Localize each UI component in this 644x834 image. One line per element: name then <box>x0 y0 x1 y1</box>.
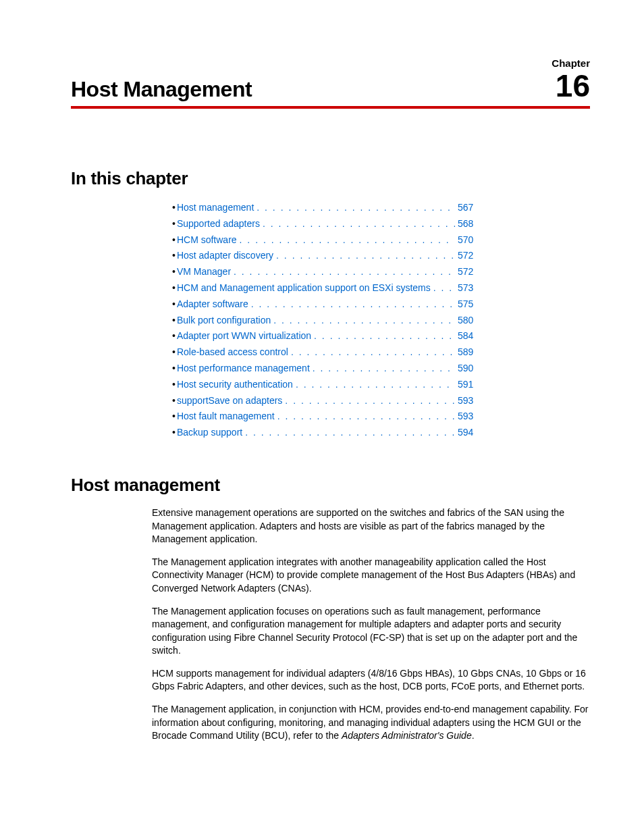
chapter-number: 16 <box>556 70 590 101</box>
toc-page-number[interactable]: 572 <box>455 248 590 264</box>
body-paragraph: The Management application focuses on op… <box>152 605 590 658</box>
bullet-icon: • <box>172 425 176 441</box>
text-run: . <box>472 730 475 741</box>
toc-item[interactable]: •Adapter software575 <box>172 296 590 313</box>
page: Chapter Host Management 16 In this chapt… <box>0 0 644 743</box>
toc-item[interactable]: •HCM software570 <box>172 232 590 249</box>
toc-page-number[interactable]: 594 <box>455 425 590 441</box>
toc-leader-dots <box>273 248 455 264</box>
toc-item[interactable]: •Bulk port configuration580 <box>172 313 590 329</box>
toc-leader-dots <box>310 361 455 377</box>
bullet-icon: • <box>172 344 176 361</box>
body-paragraph: The Management application, in conjuncti… <box>152 703 590 743</box>
toc-item[interactable]: •Host fault management593 <box>172 409 590 425</box>
bullet-icon: • <box>172 313 176 329</box>
toc-leader-dots <box>288 344 455 361</box>
toc-item[interactable]: •supportSave on adapters593 <box>172 393 590 409</box>
toc-link[interactable]: Bulk port configuration <box>177 313 271 329</box>
toc-link[interactable]: Host security authentication <box>177 377 293 393</box>
bullet-icon: • <box>172 200 176 216</box>
bullet-icon: • <box>172 280 176 296</box>
toc-leader-dots <box>260 216 455 232</box>
toc-leader-dots <box>275 409 455 425</box>
toc-leader-dots <box>311 328 455 344</box>
toc-page-number[interactable]: 572 <box>455 264 590 280</box>
toc-leader-dots <box>237 232 455 249</box>
section-heading: Host management <box>71 475 590 496</box>
body-text: Extensive management operations are supp… <box>152 506 590 743</box>
chapter-label: Chapter <box>71 57 590 69</box>
toc-page-number[interactable]: 567 <box>455 200 590 216</box>
toc-page-number[interactable]: 570 <box>455 232 590 249</box>
toc-page-number[interactable]: 575 <box>455 296 590 313</box>
toc-link[interactable]: Host fault management <box>177 409 275 425</box>
toc-page-number[interactable]: 590 <box>455 361 590 377</box>
toc-leader-dots <box>231 264 455 280</box>
toc-page-number[interactable]: 584 <box>455 328 590 344</box>
body-paragraph: HCM supports management for individual a… <box>152 667 590 694</box>
toc-leader-dots <box>242 425 455 441</box>
toc-link[interactable]: supportSave on adapters <box>177 393 282 409</box>
toc-link[interactable]: Adapter software <box>177 296 248 313</box>
body-paragraph: Extensive management operations are supp… <box>152 506 590 546</box>
toc-page-number[interactable]: 573 <box>455 280 590 296</box>
toc-page-number[interactable]: 591 <box>455 377 590 393</box>
toc-link[interactable]: Backup support <box>177 425 242 441</box>
toc-page-number[interactable]: 589 <box>455 344 590 361</box>
bullet-icon: • <box>172 361 176 377</box>
toc-item[interactable]: •Supported adapters568 <box>172 216 590 232</box>
toc-leader-dots <box>293 377 455 393</box>
body-paragraph: The Management application integrates wi… <box>152 556 590 596</box>
toc-page-number[interactable]: 580 <box>455 313 590 329</box>
toc-leader-dots <box>282 393 455 409</box>
toc-item[interactable]: •Host performance management590 <box>172 361 590 377</box>
toc-link[interactable]: VM Manager <box>177 264 231 280</box>
toc-item[interactable]: •Role-based access control589 <box>172 344 590 361</box>
bullet-icon: • <box>172 409 176 425</box>
toc-link[interactable]: Host adapter discovery <box>177 248 273 264</box>
bullet-icon: • <box>172 296 176 313</box>
toc-item[interactable]: •Host adapter discovery572 <box>172 248 590 264</box>
toc-link[interactable]: HCM and Management application support o… <box>177 280 431 296</box>
bullet-icon: • <box>172 393 176 409</box>
toc-link[interactable]: Role-based access control <box>177 344 288 361</box>
toc-leader-dots <box>254 200 455 216</box>
bullet-icon: • <box>172 377 176 393</box>
toc-link[interactable]: Adapter port WWN virtualization <box>177 328 311 344</box>
toc-link[interactable]: Host performance management <box>177 361 310 377</box>
toc-leader-dots <box>431 280 455 296</box>
reference-title: Adapters Administrator's Guide <box>342 730 472 741</box>
toc-page-number[interactable]: 593 <box>455 409 590 425</box>
toc-page-number[interactable]: 568 <box>455 216 590 232</box>
toc-item[interactable]: •Host management567 <box>172 200 590 216</box>
toc-item[interactable]: •VM Manager572 <box>172 264 590 280</box>
toc-item[interactable]: •HCM and Management application support … <box>172 280 590 296</box>
toc-leader-dots <box>271 313 455 329</box>
toc-page-number[interactable]: 593 <box>455 393 590 409</box>
bullet-icon: • <box>172 264 176 280</box>
bullet-icon: • <box>172 232 176 249</box>
toc-list: •Host management567•Supported adapters56… <box>172 200 590 441</box>
toc-link[interactable]: Supported adapters <box>177 216 260 232</box>
toc-leader-dots <box>248 296 455 313</box>
toc-item[interactable]: •Backup support594 <box>172 425 590 441</box>
bullet-icon: • <box>172 216 176 232</box>
toc-link[interactable]: Host management <box>177 200 254 216</box>
toc-item[interactable]: •Adapter port WWN virtualization584 <box>172 328 590 344</box>
chapter-title: Host Management <box>71 77 252 102</box>
bullet-icon: • <box>172 248 176 264</box>
chapter-header: Host Management 16 <box>71 70 590 109</box>
bullet-icon: • <box>172 328 176 344</box>
toc-link[interactable]: HCM software <box>177 232 237 249</box>
toc-heading: In this chapter <box>71 168 590 189</box>
toc-item[interactable]: •Host security authentication591 <box>172 377 590 393</box>
